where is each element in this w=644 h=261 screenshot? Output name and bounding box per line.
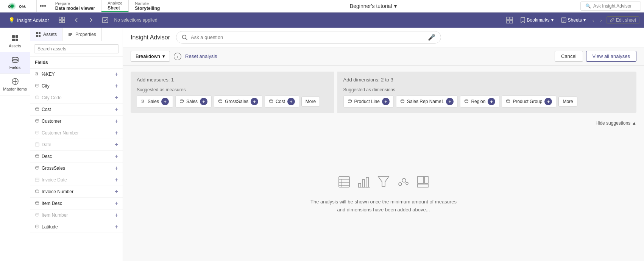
field-add-button[interactable]: + [115, 212, 118, 218]
field-item[interactable]: Latitude + [30, 221, 123, 233]
bookmarks-button[interactable]: Bookmarks ▾ [518, 16, 556, 24]
chip-add-button[interactable]: + [200, 98, 207, 105]
field-item[interactable]: GrossSales + [30, 163, 123, 174]
field-item[interactable]: Invoice Date + [30, 174, 123, 186]
field-item[interactable]: City + [30, 80, 123, 92]
field-name: GrossSales [42, 166, 65, 171]
prev-sheet-btn[interactable]: ‹ [591, 17, 596, 24]
field-add-button[interactable]: + [115, 177, 118, 183]
field-type-icon [35, 72, 39, 77]
field-add-button[interactable]: + [115, 142, 118, 148]
qlik-logo[interactable]: Q Qlik [3, 0, 37, 12]
measure-chip[interactable]: Cost + [265, 95, 299, 108]
forward-btn[interactable] [86, 15, 96, 25]
suggested-measures-label: Suggested as measures [137, 87, 328, 92]
info-button[interactable]: i [174, 53, 181, 60]
chip-add-button[interactable]: + [287, 98, 295, 105]
selection-tool-btn[interactable] [57, 15, 67, 25]
measure-chip[interactable]: GrossSales + [214, 95, 262, 108]
dimensions-box: Add dimensions: 2 to 3 Suggested as dime… [337, 72, 636, 113]
field-add-button[interactable]: + [115, 189, 118, 195]
field-add-button[interactable]: + [115, 153, 118, 159]
scatter-icon [397, 176, 409, 191]
field-add-button[interactable]: + [115, 130, 118, 136]
assets-panel-tab[interactable]: Assets [30, 28, 62, 41]
chip-add-button[interactable]: + [251, 98, 258, 105]
properties-panel-tab[interactable]: Properties [62, 28, 102, 41]
nav-dots-button[interactable]: ••• [37, 3, 49, 9]
svg-text:Qlik: Qlik [19, 4, 26, 8]
dimensions-more-button[interactable]: More [558, 97, 577, 106]
grid-view-btn[interactable] [504, 15, 515, 25]
field-item[interactable]: %KEY + [30, 69, 123, 80]
field-add-button[interactable]: + [115, 71, 118, 77]
field-item[interactable]: Customer Number + [30, 127, 123, 139]
reset-analysis-button[interactable]: Reset analysis [185, 53, 217, 59]
prepare-nav[interactable]: Prepare Data model viewer [49, 0, 101, 12]
ask-insight-button[interactable]: 🔍 Ask Insight Advisor [580, 2, 641, 11]
mic-icon[interactable]: 🎤 [428, 34, 435, 41]
dimension-chip[interactable]: Sales Rep Name1 + [396, 95, 458, 108]
field-add-button[interactable]: + [115, 106, 118, 113]
field-item[interactable]: Desc + [30, 151, 123, 163]
analyze-nav[interactable]: Analyze Sheet [101, 0, 129, 12]
assets-panel-tab-label: Assets [43, 32, 57, 37]
ia-search-bar[interactable]: 🎤 [176, 31, 441, 44]
narrate-nav[interactable]: Narrate Storytelling [129, 0, 166, 12]
ia-search-input[interactable] [191, 34, 425, 40]
insight-advisor-tab[interactable]: 💡 Insight Advisor [5, 13, 53, 28]
field-item[interactable]: Item Desc + [30, 198, 123, 209]
properties-panel-tab-label: Properties [75, 32, 96, 37]
measures-more-button[interactable]: More [301, 97, 320, 106]
chip-add-button[interactable]: + [544, 98, 552, 105]
field-type-icon [35, 166, 39, 171]
app-title-chevron[interactable]: ▾ [394, 3, 397, 9]
measure-chip[interactable]: Sales + [137, 95, 173, 108]
field-add-button[interactable]: + [115, 200, 118, 206]
svg-point-22 [12, 57, 18, 59]
back-btn[interactable] [71, 15, 82, 25]
chip-add-button[interactable]: + [382, 98, 390, 105]
field-name: Date [42, 142, 51, 147]
search-input[interactable] [34, 44, 119, 53]
dimension-chip[interactable]: Region + [460, 95, 499, 108]
svg-rect-75 [424, 177, 428, 183]
field-item[interactable]: Customer + [30, 116, 123, 127]
chip-add-button[interactable]: + [161, 98, 169, 105]
next-sheet-btn[interactable]: › [599, 17, 603, 24]
field-add-button[interactable]: + [115, 95, 118, 101]
svg-point-43 [36, 166, 39, 167]
field-add-button[interactable]: + [115, 83, 118, 89]
view-all-analyses-button[interactable]: View all analyses [586, 51, 636, 62]
breakdown-button[interactable]: Breakdown ▾ [131, 51, 170, 62]
svg-point-54 [180, 100, 184, 101]
field-add-button[interactable]: + [115, 118, 118, 124]
field-add-button[interactable]: + [115, 224, 118, 230]
field-item[interactable]: Invoice Number + [30, 186, 123, 198]
bar-chart-icon [358, 176, 370, 191]
measure-chip[interactable]: Sales + [175, 95, 212, 108]
edit-sheet-button[interactable]: Edit sheet [607, 16, 639, 24]
breakdown-chevron: ▾ [162, 53, 165, 59]
fields-tab[interactable]: Fields [0, 52, 30, 74]
chip-label: Sales [186, 99, 198, 104]
sheets-button[interactable]: Sheets ▾ [559, 17, 588, 23]
chip-add-button[interactable]: + [446, 98, 454, 105]
chip-label: Sales [148, 99, 159, 104]
dimension-chip[interactable]: Product Group + [502, 95, 556, 108]
master-items-tab[interactable]: Master items [0, 74, 30, 95]
measures-box: Add measures: 1 Suggested as measures Sa… [131, 72, 334, 113]
field-item[interactable]: Item Number + [30, 209, 123, 221]
field-item[interactable]: City Code + [30, 92, 123, 104]
select-all-btn[interactable] [100, 15, 111, 25]
assets-tab[interactable]: Assets [0, 31, 30, 52]
field-add-button[interactable]: + [115, 165, 118, 171]
cancel-button[interactable]: Cancel [555, 51, 583, 62]
field-item[interactable]: Cost + [30, 104, 123, 116]
chip-add-button[interactable]: + [488, 98, 495, 105]
field-type-icon [35, 224, 39, 230]
dimension-chip[interactable]: Product Line + [343, 95, 394, 108]
field-item[interactable]: Date + [30, 139, 123, 151]
hide-suggestions-button[interactable]: Hide suggestions ▲ [596, 120, 636, 126]
assets-panel-icon [36, 32, 41, 37]
